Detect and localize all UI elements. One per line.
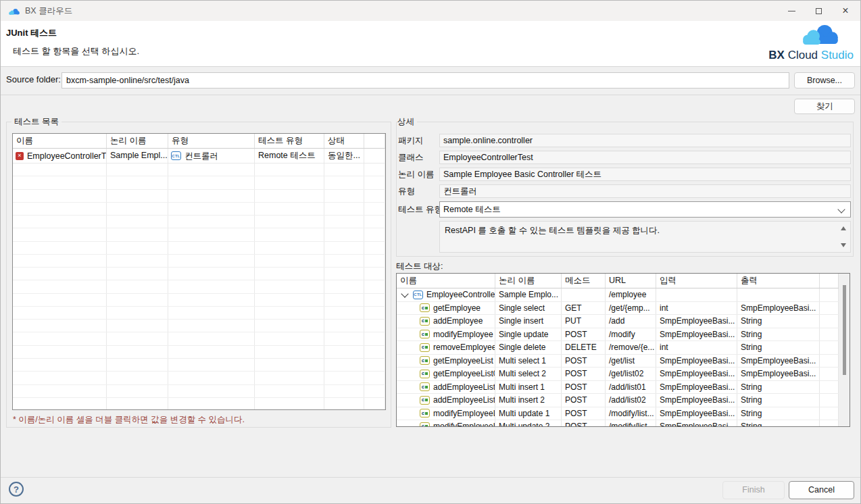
input-cell[interactable]: SmpEmployeeBasi... bbox=[656, 394, 737, 407]
find-button[interactable]: 찾기 bbox=[794, 99, 855, 114]
input-cell[interactable]: SmpEmployeeBasi... bbox=[656, 407, 737, 420]
test-target-row[interactable]: cmodifyEmployeeLMulti update 1POST/modif… bbox=[397, 407, 839, 421]
test-target-row[interactable]: caddEmployeeList0Multi insert 1POST/add/… bbox=[397, 381, 839, 395]
method-cell[interactable]: POST bbox=[562, 381, 606, 394]
browse-button[interactable]: Browse... bbox=[794, 72, 855, 89]
column-header[interactable]: 상태 bbox=[324, 134, 364, 148]
method-cell[interactable]: POST bbox=[562, 328, 606, 341]
input-cell[interactable]: int bbox=[656, 302, 737, 315]
logical-name-cell[interactable]: Multi select 2 bbox=[495, 368, 562, 380]
target-name-cell[interactable]: cgetEmployeeList bbox=[397, 355, 495, 368]
url-cell[interactable]: /add/list01 bbox=[606, 381, 656, 394]
type-cell[interactable]: CTL컨트롤러 bbox=[168, 149, 255, 163]
test-list-row[interactable]: ×EmployeeControllerT...Sample Empl...CTL… bbox=[13, 149, 385, 163]
method-cell[interactable]: DELETE bbox=[562, 341, 606, 354]
url-cell[interactable]: /modify bbox=[606, 328, 656, 341]
output-cell[interactable]: String bbox=[737, 420, 820, 427]
logical-name-cell[interactable]: Multi insert 2 bbox=[495, 394, 562, 407]
logical-name-cell[interactable]: Single delete bbox=[495, 341, 562, 354]
input-cell[interactable]: int bbox=[656, 341, 737, 354]
test-type-cell[interactable]: Remote 테스트 bbox=[255, 149, 324, 163]
url-cell[interactable]: /modify/list... bbox=[606, 407, 656, 420]
output-cell[interactable]: SmpEmployeeBasi... bbox=[737, 368, 820, 380]
column-header[interactable]: 이름 bbox=[397, 274, 495, 288]
output-cell[interactable] bbox=[737, 288, 820, 301]
output-cell[interactable]: String bbox=[737, 341, 820, 354]
target-name-cell[interactable]: cmodifyEmployee bbox=[397, 328, 495, 341]
column-header[interactable]: 메소드 bbox=[562, 274, 606, 288]
logical-name-cell[interactable]: Multi update 1 bbox=[495, 407, 562, 420]
target-name-cell[interactable]: cgetEmployee bbox=[397, 302, 495, 315]
test-target-row[interactable]: cremoveEmployeeSingle deleteDELETE/remov… bbox=[397, 341, 839, 355]
output-cell[interactable]: String bbox=[737, 394, 820, 407]
url-cell[interactable]: /modify/list... bbox=[606, 420, 656, 427]
method-cell[interactable]: POST bbox=[562, 407, 606, 420]
column-header[interactable]: 논리 이름 bbox=[495, 274, 562, 288]
test-target-row[interactable]: cgetEmployeeListMulti select 1POST/get/l… bbox=[397, 355, 839, 368]
method-cell[interactable]: GET bbox=[562, 302, 606, 315]
method-cell[interactable] bbox=[562, 288, 606, 301]
target-name-cell[interactable]: cmodifyEmployeeL bbox=[397, 420, 495, 427]
target-name-cell[interactable]: cremoveEmployee bbox=[397, 341, 495, 354]
input-cell[interactable]: SmpEmployeeBasi... bbox=[656, 355, 737, 368]
output-cell[interactable]: String bbox=[737, 407, 820, 420]
method-cell[interactable]: POST bbox=[562, 368, 606, 380]
test-target-row[interactable]: cgetEmployeeSingle selectGET/get/{emp...… bbox=[397, 302, 839, 316]
scroll-down-icon[interactable] bbox=[841, 243, 846, 247]
input-cell[interactable] bbox=[656, 288, 737, 301]
logical-name-cell[interactable]: Single select bbox=[495, 302, 562, 315]
target-name-cell[interactable]: caddEmployeeList0 bbox=[397, 394, 495, 407]
column-header[interactable]: 유형 bbox=[168, 134, 255, 148]
logical-name-cell[interactable]: Multi select 1 bbox=[495, 355, 562, 368]
vertical-scrollbar[interactable] bbox=[839, 274, 850, 426]
test-list-table[interactable]: 이름논리 이름유형테스트 유형상태×EmployeeControllerT...… bbox=[12, 133, 386, 410]
column-header[interactable]: 이름 bbox=[13, 134, 107, 148]
test-target-row[interactable]: CTLEmployeeControllerSample Emplo.../emp… bbox=[397, 288, 839, 302]
url-cell[interactable]: /add/list02 bbox=[606, 394, 656, 407]
logical-name-cell[interactable]: Multi update 2 bbox=[495, 420, 562, 427]
method-cell[interactable]: POST bbox=[562, 394, 606, 407]
test-target-row[interactable]: cmodifyEmployeeSingle updatePOST/modifyS… bbox=[397, 328, 839, 342]
url-cell[interactable]: /get/list bbox=[606, 355, 656, 368]
target-name-cell[interactable]: cgetEmployeeList0 bbox=[397, 368, 495, 380]
output-cell[interactable]: String bbox=[737, 315, 820, 328]
output-cell[interactable]: SmpEmployeeBasi... bbox=[737, 355, 820, 368]
input-cell[interactable]: SmpEmployeeBasi... bbox=[656, 315, 737, 328]
test-type-dropdown[interactable]: Remote 테스트 bbox=[439, 201, 851, 218]
scroll-up-icon[interactable] bbox=[841, 226, 846, 230]
close-button[interactable]: × bbox=[832, 1, 859, 21]
method-cell[interactable]: POST bbox=[562, 420, 606, 427]
method-cell[interactable]: PUT bbox=[562, 315, 606, 328]
logical-name-cell[interactable]: Sample Empl... bbox=[107, 149, 168, 163]
column-header[interactable]: 출력 bbox=[737, 274, 820, 288]
finish-button[interactable]: Finish bbox=[722, 481, 785, 499]
minimize-button[interactable] bbox=[778, 1, 805, 21]
logical-name-cell[interactable]: Multi insert 1 bbox=[495, 381, 562, 394]
target-name-cell[interactable]: caddEmployee bbox=[397, 315, 495, 328]
output-cell[interactable]: String bbox=[737, 328, 820, 341]
maximize-button[interactable] bbox=[805, 1, 832, 21]
test-name-cell[interactable]: ×EmployeeControllerT... bbox=[13, 149, 107, 163]
test-target-row[interactable]: caddEmployeeSingle insertPUT/addSmpEmplo… bbox=[397, 315, 839, 328]
logical-name-cell[interactable]: Single update bbox=[495, 328, 562, 341]
output-cell[interactable]: String bbox=[737, 381, 820, 394]
input-cell[interactable]: SmpEmployeeBasi... bbox=[656, 420, 737, 427]
output-cell[interactable]: SmpEmployeeBasi... bbox=[737, 302, 820, 315]
input-cell[interactable]: SmpEmployeeBasi... bbox=[656, 381, 737, 394]
column-header[interactable]: URL bbox=[606, 274, 656, 288]
test-target-table[interactable]: 이름논리 이름메소드URL입력출력CTLEmployeeControllerSa… bbox=[396, 273, 850, 427]
test-target-row[interactable]: cmodifyEmployeeLMulti update 2POST/modif… bbox=[397, 420, 839, 427]
status-cell[interactable]: 동일한... bbox=[324, 149, 364, 163]
input-cell[interactable]: SmpEmployeeBasi... bbox=[656, 368, 737, 380]
source-folder-input[interactable] bbox=[62, 72, 789, 89]
scrollbar-thumb[interactable] bbox=[843, 285, 846, 375]
logical-name-cell[interactable]: Single insert bbox=[495, 315, 562, 328]
target-name-cell[interactable]: cmodifyEmployeeL bbox=[397, 407, 495, 420]
url-cell[interactable]: /add bbox=[606, 315, 656, 328]
test-target-row[interactable]: cgetEmployeeList0Multi select 2POST/get/… bbox=[397, 368, 839, 381]
tree-expand-chevron-icon[interactable] bbox=[401, 290, 408, 297]
column-header[interactable]: 논리 이름 bbox=[107, 134, 168, 148]
input-cell[interactable]: SmpEmployeeBasi... bbox=[656, 328, 737, 341]
cancel-button[interactable]: Cancel bbox=[789, 481, 854, 499]
url-cell[interactable]: /remove/{e... bbox=[606, 341, 656, 354]
